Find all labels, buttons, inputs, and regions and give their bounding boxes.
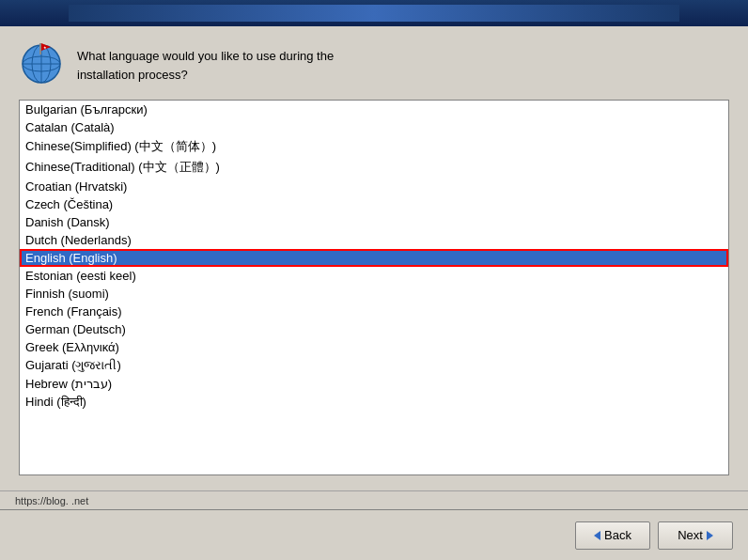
title-bar [0,0,748,26]
globe-icon: ★ [19,41,64,86]
list-item[interactable]: Croatian (Hrvatski) [20,178,728,195]
list-item[interactable]: Estonian (eesti keel) [20,267,728,285]
list-item[interactable]: German (Deutsch) [20,320,728,338]
next-arrow-icon [707,531,713,540]
list-item[interactable]: Greek (Ελληνικά) [20,338,728,356]
list-item[interactable]: Hebrew (עברית) [20,375,728,393]
list-item[interactable]: Chinese(Traditional) (中文（正體）) [20,157,728,178]
bottom-section: https://blog. .net Back Next [0,490,748,560]
back-arrow-icon [594,531,600,540]
status-bar: https://blog. .net [0,490,748,509]
list-item[interactable]: English (English) [20,249,728,267]
list-item[interactable]: Dutch (Nederlands) [20,231,728,249]
svg-rect-5 [39,43,41,54]
list-item[interactable]: Chinese(Simplified) (中文（简体）) [20,136,728,157]
back-button[interactable]: Back [575,521,650,550]
next-label: Next [678,528,703,542]
back-label: Back [604,528,631,542]
header-section: ★ What language would you like to use du… [19,41,729,86]
next-button[interactable]: Next [658,521,733,550]
list-item[interactable]: Czech (Čeština) [20,195,728,213]
svg-text:★: ★ [43,45,47,50]
list-item[interactable]: Finnish (suomi) [20,285,728,303]
title-bar-inner [69,5,679,22]
list-item[interactable]: French (Français) [20,303,728,320]
question-text: What language would you like to use duri… [77,41,334,84]
list-item[interactable]: Gujarati (ગુજરાતી) [20,356,728,375]
main-content: ★ What language would you like to use du… [0,26,748,490]
list-item[interactable]: Catalan (Català) [20,118,728,136]
list-item[interactable]: Hindi (हिन्दी) [20,393,728,412]
bottom-bar: Back Next [0,509,748,560]
language-list[interactable]: Bulgarian (Български)Catalan (Català)Chi… [20,101,728,474]
status-url: https://blog. .net [15,495,88,506]
list-item[interactable]: Danish (Dansk) [20,213,728,231]
list-item[interactable]: Bulgarian (Български) [20,101,728,118]
list-container: Bulgarian (Български)Catalan (Català)Chi… [19,100,729,475]
